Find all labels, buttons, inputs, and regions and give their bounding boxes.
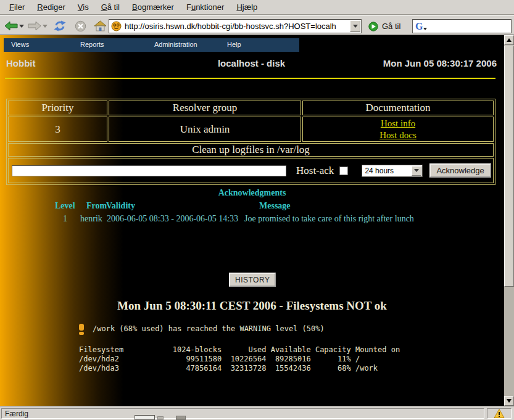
ack-header-validity: Validity: [106, 201, 135, 211]
table-row: Host-ack 24 hours Acknowledge: [8, 158, 494, 183]
header-priority: Priority: [8, 101, 107, 115]
back-button[interactable]: [4, 19, 19, 33]
status-text: Færdig: [1, 408, 484, 419]
menu-bar: Filer Rediger Vis Gå til Bogmærker Funkt…: [0, 0, 514, 15]
favicon-smiley-icon: [111, 21, 122, 31]
chevron-down-icon[interactable]: [412, 166, 421, 176]
scrollbar-thumb[interactable]: [504, 46, 514, 287]
back-icon: [4, 21, 18, 31]
acknowledgments-title: Acknowledgments: [0, 188, 504, 198]
stop-icon: [75, 20, 86, 32]
resolver-group-value: Unix admin: [109, 117, 301, 142]
warning-triangle-icon: [494, 408, 505, 419]
nav-reports[interactable]: Reports: [80, 41, 104, 48]
forward-icon: [28, 21, 41, 31]
page-content: Views Reports Administration Help localh…: [0, 35, 504, 406]
google-search-icon[interactable]: G: [415, 22, 423, 31]
home-icon: [94, 20, 107, 31]
menu-bogmaerker[interactable]: Bogmærker: [126, 1, 180, 13]
host-info-link[interactable]: Host info: [303, 118, 493, 130]
url-text[interactable]: http://osiris.hswn.dk/hobbit-cgi/bb-host…: [125, 22, 350, 31]
acknowledgments-header-row: Level From Validity Message: [0, 201, 504, 211]
hobbit-nav-bar: Views Reports Administration Help: [4, 38, 299, 52]
host-docs-link[interactable]: Host docs: [303, 130, 493, 141]
acknowledge-form: Host-ack 24 hours Acknowledge: [9, 163, 493, 178]
search-input[interactable]: G: [412, 19, 512, 33]
reload-button[interactable]: [53, 19, 67, 33]
status-title: Mon Jun 5 08:30:11 CEST 2006 - Filesyste…: [0, 299, 504, 313]
menu-funktioner[interactable]: Funktioner: [181, 1, 230, 13]
table-row: Clean up logfiles in /var/log: [8, 143, 494, 157]
taskbar-fragment: [135, 415, 155, 420]
priority-value: 3: [8, 117, 107, 142]
ack-header-message: Message: [259, 201, 291, 211]
url-bar[interactable]: http://osiris.hswn.dk/hobbit-cgi/bb-host…: [109, 19, 362, 33]
duration-value: 24 hours: [362, 167, 412, 175]
note-text: Clean up logfiles in /var/log: [8, 143, 494, 157]
forward-dropdown-button[interactable]: [42, 19, 48, 33]
go-button[interactable]: Gå til: [368, 19, 400, 33]
filesystem-table: Filesystem 1024-blocks Used Available Ca…: [79, 345, 400, 373]
menu-vis[interactable]: Vis: [72, 1, 94, 13]
vertical-scrollbar[interactable]: [504, 35, 514, 406]
reload-icon: [54, 20, 66, 31]
go-icon: [368, 22, 378, 31]
menu-filer[interactable]: Filer: [4, 1, 30, 13]
priority-info-table: Priority Resolver group Documentation 3 …: [6, 99, 495, 185]
scrollbar-up-icon: [507, 38, 512, 42]
header-documentation: Documentation: [302, 101, 494, 115]
documentation-links: Host info Host docs: [302, 117, 494, 142]
header-resolver-group: Resolver group: [109, 101, 301, 115]
taskbar-fragment: [157, 416, 164, 420]
acknowledgment-row: 1 henrik 2006-06-05 08:33 - 2006-06-05 1…: [0, 214, 504, 224]
nav-help[interactable]: Help: [227, 41, 241, 48]
menu-rediger[interactable]: Rediger: [31, 1, 71, 13]
table-row: 3 Unix admin Host info Host docs: [8, 117, 494, 142]
url-history-dropdown[interactable]: [350, 20, 360, 32]
ack-level: 1: [63, 214, 67, 224]
navigation-toolbar: http://osiris.hswn.dk/hobbit-cgi/bb-host…: [0, 15, 514, 35]
nav-administration[interactable]: Administration: [154, 41, 197, 48]
chevron-down-icon: [43, 25, 48, 28]
page-header: localhost - disk Hobbit Mon Jun 05 08:30…: [6, 58, 497, 70]
scrollbar-up-button[interactable]: [504, 35, 514, 45]
app-name: Hobbit: [6, 58, 35, 68]
taskbar-fragment: [176, 416, 186, 420]
host-ack-checkbox[interactable]: [339, 167, 348, 175]
yellow-status-icon: [79, 324, 85, 335]
scrollbar-down-button[interactable]: [504, 396, 514, 406]
divider: [5, 78, 495, 79]
menu-ga-til[interactable]: Gå til: [96, 1, 125, 13]
chevron-down-icon: [19, 25, 24, 28]
home-button[interactable]: [93, 19, 107, 33]
ack-message-input[interactable]: [12, 165, 286, 176]
table-header-row: Priority Resolver group Documentation: [8, 101, 494, 115]
ack-validity: 2006-06-05 08:33 - 2006-06-05 14:33: [107, 214, 238, 224]
duration-select[interactable]: 24 hours: [362, 165, 423, 177]
warning-text: /work (68% used) has reached the WARNING…: [93, 323, 325, 334]
chevron-down-icon: [353, 25, 358, 28]
forward-button[interactable]: [27, 19, 42, 33]
browser-window: Filer Rediger Vis Gå til Bogmærker Funkt…: [0, 0, 514, 420]
back-dropdown-button[interactable]: [19, 19, 25, 33]
warning-line: /work (68% used) has reached the WARNING…: [79, 323, 325, 335]
go-label: Gå til: [382, 22, 400, 31]
ack-header-from: From: [86, 201, 107, 211]
host-ack-label: Host-ack: [296, 165, 334, 177]
page-date: Mon Jun 05 08:30:17 2006: [383, 58, 497, 68]
status-bar: Færdig: [0, 406, 514, 420]
ack-message: Joe promised to take care of this right …: [244, 214, 414, 224]
scrollbar-down-icon: [507, 399, 512, 403]
acknowledge-button[interactable]: Acknowledge: [429, 163, 491, 178]
chevron-down-icon[interactable]: [423, 28, 427, 30]
security-status-box[interactable]: [487, 408, 512, 419]
nav-views[interactable]: Views: [11, 41, 29, 48]
history-button[interactable]: HISTORY: [229, 273, 276, 287]
menu-hjaelp[interactable]: Hjælp: [231, 1, 263, 13]
stop-button[interactable]: [73, 19, 87, 33]
ack-header-level: Level: [55, 201, 75, 211]
ack-from: henrik: [80, 214, 102, 224]
